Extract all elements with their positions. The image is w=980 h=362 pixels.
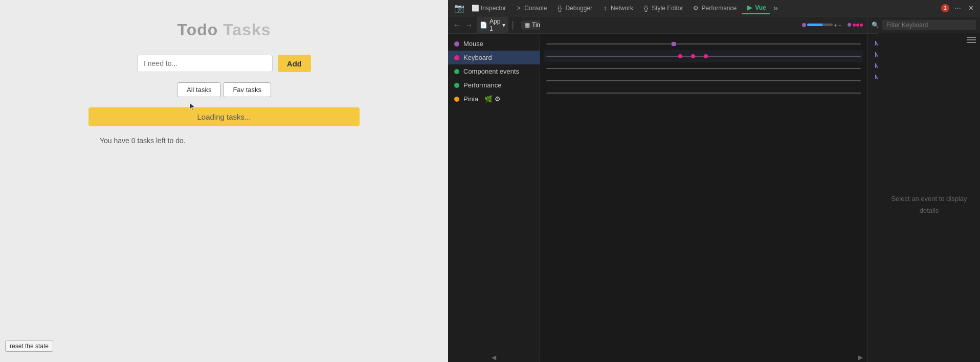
filter-buttons: All tasks Fav tasks	[177, 82, 271, 97]
event-group-mouse[interactable]: Mouse	[448, 37, 540, 51]
pinia-dot	[454, 97, 459, 102]
vue-panel: ← → 📄 App 1 ▾ | ▦ Timeline ▾ 🎨 ⎘	[448, 16, 540, 362]
hamburger-line-1	[967, 37, 976, 38]
filter-fav-button[interactable]: Fav tasks	[223, 82, 271, 97]
empty-state: Select an event to display details	[878, 47, 980, 362]
mouse-timeline-dot	[802, 23, 806, 27]
timeline-dots	[848, 23, 863, 27]
add-button[interactable]: Add	[278, 55, 311, 72]
devtools-topbar: 📷 ⬜ Inspector > Console {} Debugger ↕ Ne…	[448, 0, 980, 16]
tl-row-component-events	[544, 62, 863, 75]
tl-dot-pink-2	[856, 24, 859, 27]
hamburger-line-3	[967, 42, 976, 43]
error-badge: 1	[941, 4, 949, 12]
vue-toolbar: ← → 📄 App 1 ▾ | ▦ Timeline ▾ 🎨 ⎘	[448, 16, 540, 34]
panel-collapse-button[interactable]: ◀	[448, 352, 540, 362]
pinia-leaf-icon: 🌿	[484, 95, 493, 103]
more-tabs-button[interactable]: »	[771, 3, 780, 14]
vue-icon: ▶	[746, 4, 753, 11]
ed-toolbar: 🔍	[867, 16, 980, 34]
tab-inspector[interactable]: ⬜ Inspector	[467, 3, 510, 14]
pinia-icons: 🌿 ⚙	[484, 95, 501, 103]
zoom-minus[interactable]: −	[838, 22, 841, 28]
tl-dots-row	[853, 23, 863, 27]
hamburger-line-2	[967, 39, 976, 40]
tl-bar-performance	[546, 80, 861, 81]
tl-row-performance	[544, 75, 863, 87]
event-group-keyboard[interactable]: Keyboard	[448, 51, 540, 64]
event-group-component-events[interactable]: Component events	[448, 64, 540, 78]
tl-event-keyboard-1	[678, 54, 682, 58]
app-area: Todo Tasks Add All tasks Fav tasks Loadi…	[0, 0, 448, 362]
inspector-icon: ⬜	[472, 5, 479, 12]
tab-network[interactable]: ↕ Network	[597, 3, 637, 14]
event-filter-input[interactable]	[882, 20, 976, 30]
tasks-left: You have 0 tasks left to do.	[100, 137, 186, 145]
tl-dot-purple	[848, 23, 851, 27]
devtools-content: ← → 📄 App 1 ▾ | ▦ Timeline ▾ 🎨 ⎘	[448, 16, 980, 362]
tab-performance[interactable]: ⚙ Performance	[688, 3, 741, 14]
tl-dot-pink-1	[853, 24, 856, 27]
style-editor-icon: {}	[642, 5, 650, 12]
keyboard-dot	[454, 55, 459, 60]
event-group-pinia[interactable]: Pinia 🌿 ⚙	[448, 92, 540, 106]
event-details-panel: 🔍 Meta 16:16:00 Meta 16:16:01 Meta 16:16…	[867, 16, 980, 362]
collapse-arrow-icon: ◀	[492, 354, 496, 361]
tab-vue[interactable]: ▶ Vue	[742, 2, 770, 14]
zoom-bar	[807, 24, 833, 26]
event-detail-right: Select an event to display details	[878, 33, 980, 362]
mouse-dot	[454, 41, 459, 47]
settings-icon[interactable]: ⋯	[952, 3, 963, 13]
task-input[interactable]	[137, 55, 273, 72]
tl-bar-pinia	[546, 93, 861, 94]
separator-icon: |	[511, 19, 514, 30]
filter-all-button[interactable]: All tasks	[177, 82, 221, 97]
forward-button[interactable]: →	[464, 20, 474, 30]
app-selector-chevron: ▾	[502, 21, 505, 29]
tl-event-keyboard-3	[704, 54, 708, 58]
tl-bar-mouse	[546, 43, 861, 44]
timeline-icon: ▦	[524, 21, 530, 29]
tl-event-mouse	[672, 42, 676, 46]
close-devtools-button[interactable]: ✕	[966, 3, 976, 13]
app-selector[interactable]: 📄 App 1 ▾	[477, 17, 508, 33]
hamburger-menu[interactable]	[963, 33, 980, 47]
app-page-icon: 📄	[480, 21, 487, 29]
tab-style-editor[interactable]: {} Style Editor	[638, 3, 687, 14]
tab-debugger[interactable]: {} Debugger	[552, 3, 596, 14]
pinia-gear-icon: ⚙	[495, 95, 501, 103]
tl-event-keyboard-2	[691, 54, 695, 58]
zoom-indicator: + −	[802, 22, 841, 28]
tl-dot-pink-3	[860, 24, 863, 27]
topbar-right-icons: 1 ⋯ ✕	[941, 3, 976, 13]
empty-state-text: Select an event to display details	[878, 172, 980, 237]
performance-icon: ⚙	[692, 5, 699, 12]
tl-row-mouse	[544, 38, 863, 50]
timeline-controls: + −	[540, 16, 867, 34]
tab-console[interactable]: > Console	[511, 3, 551, 14]
loading-bar: Loading tasks...	[88, 107, 360, 126]
search-icon: 🔍	[872, 21, 879, 29]
debugger-icon: {}	[556, 5, 563, 12]
tl-row-keyboard	[544, 50, 863, 62]
timeline-bar-area	[540, 34, 867, 362]
timeline-panel: + −	[540, 16, 867, 362]
back-button[interactable]: ←	[452, 20, 461, 30]
reset-state-button[interactable]: reset the state	[5, 341, 53, 352]
devtools-panel: 📷 ⬜ Inspector > Console {} Debugger ↕ Ne…	[448, 0, 980, 362]
console-icon: >	[515, 5, 522, 12]
timeline-panel-expand[interactable]: ▶	[540, 352, 867, 362]
event-group-list: Mouse Keyboard Component events Performa…	[448, 34, 540, 352]
performance-dot	[454, 83, 459, 88]
network-icon: ↕	[602, 5, 609, 12]
expand-arrow-icon: ▶	[858, 354, 863, 361]
app-title: Todo Tasks	[177, 20, 271, 39]
component-events-dot	[454, 69, 459, 74]
tl-bar-component-events	[546, 68, 861, 69]
zoom-plus[interactable]: +	[834, 22, 837, 28]
tl-row-pinia	[544, 87, 863, 99]
screenshot-icon[interactable]: 📷	[452, 2, 466, 14]
event-group-performance[interactable]: Performance	[448, 78, 540, 92]
input-row: Add	[137, 55, 311, 72]
